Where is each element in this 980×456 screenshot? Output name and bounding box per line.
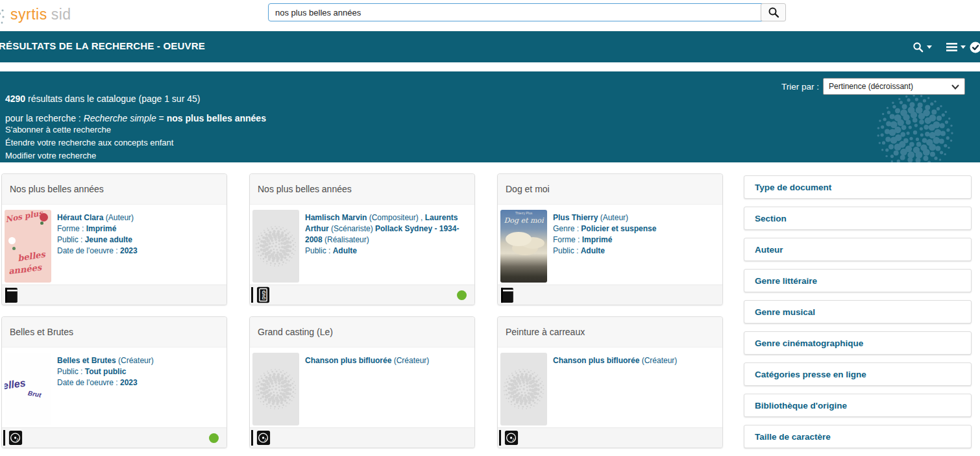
author-link[interactable]: Hamlisch Marvin [305, 213, 367, 222]
result-card-footer [2, 427, 227, 448]
metadata-text: (Créateur) [116, 356, 154, 365]
metadata-line: Date de l'oeuvre : 2023 [57, 377, 154, 388]
facet-label: Genre littéraire [744, 276, 817, 286]
facet-label: Genre musical [744, 307, 815, 317]
result-card: Grand casting (Le) Chanson plus bifluoré… [249, 316, 475, 448]
author-link[interactable]: Héraut Clara [57, 213, 103, 222]
search-button[interactable] [761, 3, 786, 21]
metadata-line: Public : Adulte [305, 246, 469, 257]
availability-dot [457, 290, 467, 300]
cover-image[interactable]: Thierry PlusDog et moi [500, 210, 547, 283]
result-card-footer [498, 285, 722, 305]
extend-search-link[interactable]: Étendre votre recherche aux concepts enf… [5, 136, 173, 149]
metadata-text: Public : [57, 367, 85, 376]
metadata-text: (Compositeur) , [367, 213, 424, 222]
cover-image[interactable] [252, 353, 299, 425]
metadata-text: (Scénariste) [329, 224, 375, 233]
cover-image[interactable] [500, 353, 547, 425]
query-summary: pour la recherche : Recherche simple = n… [5, 113, 266, 123]
search-menu-button[interactable] [913, 42, 932, 53]
cover-image[interactable]: Nos plusbellesannées [5, 210, 51, 283]
sort-selected-value: Pertinence (décroissant) [829, 82, 913, 91]
result-card: Belles et Brutes ellesBrut Belles et Bru… [1, 316, 227, 448]
result-title[interactable]: Peinture à carreaux [498, 327, 585, 337]
metadata-text: (Réalisateur) [323, 235, 369, 244]
author-link[interactable]: Plus Thierry [553, 213, 598, 222]
page-title: RÉSULTATS DE LA RECHERCHE - OEUVRE [0, 40, 205, 51]
metadata-text: Adulte [333, 246, 357, 255]
metadata-text: Forme : [57, 224, 86, 233]
facet-label: Type de document [744, 183, 831, 192]
modify-search-link[interactable]: Modifier votre recherche [5, 149, 173, 162]
search-icon [913, 42, 924, 53]
sort-select[interactable]: Pertinence (décroissant) [823, 78, 965, 95]
dot-rosette-icon [503, 368, 545, 410]
check-menu-button[interactable] [969, 41, 980, 57]
result-title[interactable]: Dog et moi [498, 184, 550, 194]
cd-icon [8, 430, 23, 446]
magnifier-icon [768, 6, 779, 18]
list-icon [946, 42, 957, 52]
page: syrtissid RÉSULTATS DE LA RECHERCHE - OE… [0, 0, 980, 456]
media-spine-bar [499, 430, 501, 446]
result-title[interactable]: Grand casting (Le) [250, 327, 333, 337]
result-card-header: Nos plus belles années [2, 174, 227, 205]
facet-item-genre-musical[interactable]: Genre musical [744, 300, 972, 323]
metadata-text: 2023 [120, 246, 138, 255]
metadata-text: Public : [305, 246, 333, 255]
facet-item-type-de-document[interactable]: Type de document [744, 175, 972, 199]
list-menu-button[interactable] [946, 42, 966, 52]
search-input[interactable] [268, 3, 765, 21]
result-metadata: Belles et Brutes (Créateur)Public : Tout… [57, 355, 154, 427]
cover-image[interactable]: ellesBrut [5, 353, 51, 425]
facet-label: Genre cinématographique [744, 338, 863, 348]
page-title-bar: RÉSULTATS DE LA RECHERCHE - OEUVRE [0, 31, 980, 62]
app-logo[interactable]: syrtissid [10, 6, 71, 23]
media-spine-bar [251, 430, 253, 446]
metadata-text: Date de l'oeuvre : [57, 378, 120, 387]
facet-item-auteur[interactable]: Auteur [744, 238, 972, 261]
result-card: Peinture à carreaux Chanson plus bifluor… [497, 316, 723, 448]
facet-item-bibliotheque-d-origine[interactable]: Bibliothèque d'origine [744, 394, 972, 417]
media-spine-bar [3, 430, 5, 446]
facet-sidebar: Type de documentSectionAuteurGenre litté… [744, 175, 972, 456]
result-card: Dog et moi Thierry PlusDog et moi Plus T… [497, 173, 723, 305]
result-metadata: Hamlisch Marvin (Compositeur) , Laurents… [305, 212, 469, 285]
result-card-header: Dog et moi [498, 174, 722, 205]
author-link[interactable]: Chanson plus bifluorée [553, 356, 639, 365]
metadata-line: Public : Adulte [553, 246, 656, 257]
metadata-text: (Créateur) [639, 356, 677, 365]
result-card-body: Chanson plus bifluorée (Créateur) [250, 348, 474, 427]
dot-rosette-icon [876, 94, 954, 162]
result-card-header: Nos plus belles années [250, 174, 474, 205]
metadata-line: Belles et Brutes (Créateur) [57, 355, 154, 366]
metadata-text: (Auteur) [103, 213, 134, 222]
metadata-line: Public : Tout public [57, 366, 154, 377]
metadata-line: Forme : Imprimé [57, 223, 138, 234]
result-card-header: Grand casting (Le) [250, 317, 474, 348]
facet-item-section[interactable]: Section [744, 207, 972, 230]
flower-icon [8, 237, 16, 244]
result-card-body: ellesBrut Belles et Brutes (Créateur)Pub… [2, 348, 227, 427]
facet-label: Catégories presse en ligne [744, 370, 866, 379]
subscribe-search-link[interactable]: S'abonner à cette recherche [5, 123, 173, 136]
chevron-down-icon [961, 45, 966, 49]
facet-item-genre-cinematographique[interactable]: Genre cinématographique [744, 331, 972, 355]
facet-item-genre-litteraire[interactable]: Genre littéraire [744, 269, 972, 292]
facet-item-categories-presse-en-ligne[interactable]: Catégories presse en ligne [744, 362, 972, 386]
cover-image[interactable] [252, 210, 299, 283]
metadata-text: Tout public [85, 367, 127, 376]
author-link[interactable]: Belles et Brutes [57, 356, 116, 365]
metadata-line: Public : Jeune adulte [57, 234, 138, 246]
author-link[interactable]: Chanson plus bifluorée [305, 356, 391, 365]
top-bar: syrtissid [0, 0, 980, 31]
facet-item-taille-de-caractere[interactable]: Taille de caractère [744, 425, 972, 448]
result-title[interactable]: Nos plus belles années [2, 184, 104, 194]
result-card-body: Nos plusbellesannées Héraut Clara (Auteu… [2, 205, 227, 285]
cover-text: années [8, 262, 42, 276]
result-title[interactable]: Belles et Brutes [2, 327, 73, 337]
result-title[interactable]: Nos plus belles années [250, 184, 352, 194]
result-card-body: Thierry PlusDog et moi Plus Thierry (Aut… [498, 205, 722, 285]
banner-links: S'abonner à cette recherche Étendre votr… [5, 123, 173, 162]
cd-icon [256, 430, 271, 446]
